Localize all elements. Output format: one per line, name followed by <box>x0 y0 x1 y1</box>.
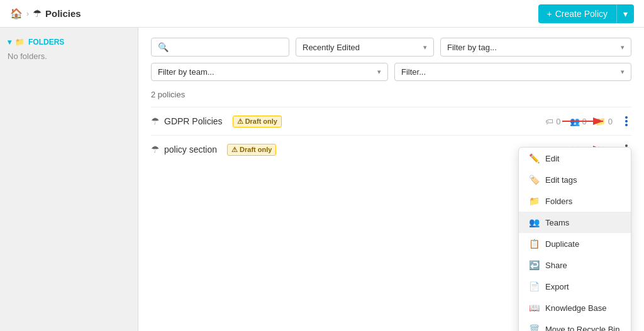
recently-edited-select[interactable]: Recently Edited ▾ <box>296 38 434 57</box>
arrow-annotation-1 <box>562 115 613 128</box>
menu-item-share[interactable]: ↩️ Share <box>519 254 631 276</box>
draft-badge: ⚠ Draft only <box>227 144 276 156</box>
folder-icon: 📁 <box>15 38 25 46</box>
recently-edited-caret-icon: ▾ <box>423 43 427 52</box>
tag-icon: 🏷️ <box>529 175 539 185</box>
menu-item-teams-label: Teams <box>545 218 569 227</box>
context-dropdown-menu: ✏️ Edit 🏷️ Edit tags 📁 Folders 👥 Teams 📋… <box>518 147 631 331</box>
menu-item-export[interactable]: 📄 Export <box>519 276 631 297</box>
duplicate-icon: 📋 <box>529 239 539 249</box>
no-folders-text: No folders. <box>8 52 130 61</box>
menu-item-folders[interactable]: 📁 Folders <box>519 190 631 212</box>
create-policy-button[interactable]: + Create Policy ▾ <box>538 4 634 23</box>
filter-tag-caret-icon: ▾ <box>621 43 625 52</box>
policies-count: 2 policies <box>151 90 631 99</box>
filter-team-caret-icon: ▾ <box>377 68 381 76</box>
teams-icon: 👥 <box>529 217 539 227</box>
policy-row-left: ☂ policy section ⚠ Draft only <box>151 144 276 156</box>
filter-select[interactable]: Filter... ▾ <box>394 63 631 81</box>
filter-tag-select[interactable]: Filter by tag... ▾ <box>440 38 631 57</box>
table-row: ☂ GDPR Policies ⚠ Draft only 🏷 0 👥 0 📁 0 <box>151 107 631 135</box>
menu-item-folders-label: Folders <box>545 197 572 206</box>
filter-tag-label: Filter by tag... <box>447 43 497 52</box>
recently-edited-label: Recently Edited <box>303 43 360 52</box>
content-area: 🔍 Recently Edited ▾ Filter by tag... ▾ F… <box>138 28 644 331</box>
search-input[interactable] <box>172 43 282 52</box>
menu-item-knowledge-base-label: Knowledge Base <box>545 303 607 313</box>
policy-icon: ☂ <box>151 116 159 127</box>
tags-meta: 🏷 0 <box>545 117 560 126</box>
recycle-bin-icon: 🗑️ <box>529 324 539 331</box>
knowledge-base-icon: 📖 <box>529 303 539 313</box>
menu-item-teams[interactable]: 👥 Teams <box>519 212 631 233</box>
menu-item-knowledge-base[interactable]: 📖 Knowledge Base <box>519 297 631 318</box>
menu-item-recycle-bin-label: Move to Recycle Bin <box>545 325 620 332</box>
search-icon: 🔍 <box>158 42 169 52</box>
policy-row-right: 🏷 0 👥 0 📁 0 <box>545 115 631 128</box>
policy-icon: ☂ <box>151 144 159 155</box>
policy-name: GDPR Policies <box>164 116 223 126</box>
menu-item-edit-tags[interactable]: 🏷️ Edit tags <box>519 169 631 190</box>
filters-row-2: Filter by team... ▾ Filter... ▾ <box>151 63 631 81</box>
folders-section-header[interactable]: ▾ 📁 FOLDERS <box>8 38 130 46</box>
breadcrumb: 🏠 › ☂ Policies <box>10 8 81 19</box>
filter-label: Filter... <box>401 67 426 77</box>
create-policy-main-label[interactable]: + Create Policy <box>538 4 617 23</box>
chevron-down-icon: ▾ <box>8 38 11 46</box>
policy-name: policy section <box>164 144 217 155</box>
filters-row-1: 🔍 Recently Edited ▾ Filter by tag... ▾ <box>151 38 631 57</box>
three-dots-menu-button[interactable] <box>621 115 631 128</box>
menu-item-edit-label: Edit <box>545 154 559 163</box>
folders-label: FOLDERS <box>28 38 64 46</box>
search-box[interactable]: 🔍 <box>151 38 289 57</box>
home-icon[interactable]: 🏠 <box>10 8 23 19</box>
menu-item-recycle-bin[interactable]: 🗑️ Move to Recycle Bin <box>519 318 631 331</box>
breadcrumb-separator: › <box>26 9 29 18</box>
sidebar: ▾ 📁 FOLDERS No folders. <box>0 28 138 331</box>
header: 🏠 › ☂ Policies + Create Policy ▾ <box>0 0 644 28</box>
policy-row-left: ☂ GDPR Policies ⚠ Draft only <box>151 116 282 128</box>
draft-badge: ⚠ Draft only <box>233 116 282 128</box>
create-policy-dropdown-arrow[interactable]: ▾ <box>617 4 634 23</box>
main-layout: ▾ 📁 FOLDERS No folders. 🔍 Recently Edite… <box>0 28 644 331</box>
export-icon: 📄 <box>529 281 539 291</box>
edit-icon: ✏️ <box>529 153 539 163</box>
filter-team-select[interactable]: Filter by team... ▾ <box>151 63 388 81</box>
menu-item-duplicate[interactable]: 📋 Duplicate <box>519 233 631 254</box>
policies-icon: ☂ <box>33 8 42 19</box>
folder-icon: 📁 <box>529 196 539 206</box>
menu-item-share-label: Share <box>545 261 567 270</box>
tag-icon: 🏷 <box>545 117 553 126</box>
filter-caret-icon: ▾ <box>621 68 625 76</box>
menu-item-duplicate-label: Duplicate <box>545 239 579 249</box>
share-icon: ↩️ <box>529 260 539 270</box>
menu-item-edit-tags-label: Edit tags <box>545 175 577 185</box>
filter-team-label: Filter by team... <box>158 67 214 77</box>
plus-icon: + <box>547 9 552 19</box>
menu-item-edit[interactable]: ✏️ Edit <box>519 148 631 169</box>
menu-item-export-label: Export <box>545 282 569 291</box>
page-title: Policies <box>45 8 81 19</box>
